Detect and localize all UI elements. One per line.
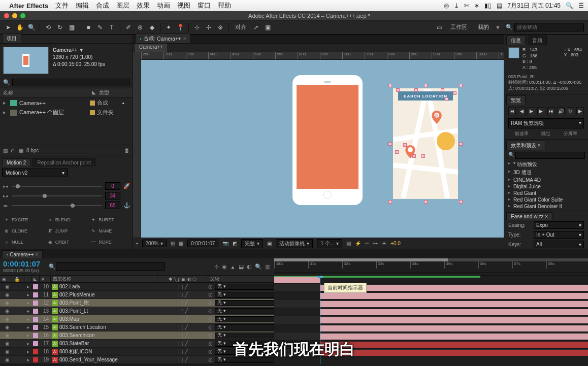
tl-icon[interactable]: ◉ <box>222 263 227 270</box>
fx-category[interactable]: Red Giant Denoiser II <box>508 203 584 210</box>
reposition-tab[interactable]: Reposition Anchor point <box>32 158 95 167</box>
trash-icon[interactable]: 🗑 <box>124 148 129 153</box>
camera-dd[interactable]: 活动摄像机▾ <box>276 239 313 248</box>
spotlight-icon[interactable]: 🔍 <box>566 2 573 9</box>
flag-icon[interactable]: ▤ <box>497 2 502 9</box>
camera-tool[interactable]: ▦ <box>67 22 77 32</box>
close-icon[interactable]: × <box>538 143 541 148</box>
effects-tab[interactable]: 效果和预设 × <box>506 141 545 150</box>
selection-tool[interactable]: ➤ <box>3 22 13 32</box>
comp-tab[interactable]: ▪合成: Camera++ × <box>135 34 190 43</box>
pixel-aspect-icon[interactable]: ▤ <box>346 241 351 246</box>
roi-icon[interactable]: ▣ <box>267 241 272 246</box>
motion-burst-button[interactable]: ✦BURST <box>89 215 130 224</box>
close-icon[interactable]: × <box>183 36 186 42</box>
motion-blend-button[interactable]: ≈BLEND <box>46 215 87 224</box>
close-icon[interactable]: × <box>545 214 548 219</box>
project-row[interactable]: ▸Camera++ 个固层文件夹 <box>0 108 133 117</box>
fx-category[interactable]: Red Giant <box>508 190 584 196</box>
mute-button[interactable]: 🔊 <box>557 107 565 115</box>
motion-jump-button[interactable]: ⇵JUMP <box>46 226 87 236</box>
menu-item[interactable]: 动画 <box>157 2 170 9</box>
reset-exposure-icon[interactable]: ☀ <box>382 241 386 246</box>
traffic-lights[interactable] <box>4 13 25 18</box>
motion-rope-button[interactable]: 〰ROPE <box>89 238 130 247</box>
text-tool[interactable]: T <box>107 22 117 32</box>
local-axis-icon[interactable]: ⊹ <box>192 22 202 32</box>
project-tab[interactable]: 项目 <box>2 34 21 43</box>
clone-tool[interactable]: ⊛ <box>135 22 145 32</box>
search-help-input[interactable] <box>514 23 584 31</box>
flowchart-icon[interactable]: ⊶ <box>373 241 378 246</box>
tl-icon[interactable]: ⊹ <box>214 263 219 270</box>
ram-preview-dd[interactable]: RAM 预览选项▾ <box>508 118 584 128</box>
fx-category[interactable]: CINEMA 4D <box>508 177 584 183</box>
menu-item[interactable]: 文件 <box>55 2 69 9</box>
layer-row[interactable]: ◉▸15Ai003.Search Location⬚╱◎无 ▾ <box>0 323 274 331</box>
battery-icon[interactable]: ▮▯ <box>484 2 492 9</box>
menu-item[interactable]: 效果 <box>137 2 150 9</box>
new-comp-icon[interactable]: ▦ <box>19 148 23 153</box>
grid-icon[interactable]: ▦ <box>179 241 183 246</box>
bluetooth-icon[interactable]: ∗ <box>474 2 479 9</box>
sync-settings-icon[interactable]: ▭ <box>434 22 444 32</box>
rect-tool[interactable]: ■ <box>83 22 93 32</box>
close-icon[interactable]: × <box>35 252 38 257</box>
anchor-icon[interactable]: ⚓ <box>123 202 130 209</box>
effects-search-input[interactable] <box>515 152 585 159</box>
fast-preview-icon[interactable]: ⚡ <box>355 241 361 246</box>
timeline-search-input[interactable] <box>56 262 165 271</box>
workspace-chevron-icon[interactable]: ▼ <box>495 24 501 30</box>
ease-tab[interactable]: Ease and wizz × <box>506 212 552 220</box>
roto-tool[interactable]: ✦ <box>164 22 174 32</box>
slider-val-0[interactable]: 0 <box>105 182 120 190</box>
timeline-icon[interactable]: ═ <box>365 241 369 246</box>
prev-frame-button[interactable]: ◀ <box>518 107 526 115</box>
project-search-input[interactable] <box>12 79 129 86</box>
last-frame-button[interactable]: ⏭ <box>547 107 555 115</box>
menu-item[interactable]: 合成 <box>96 2 109 9</box>
timeline-timecode[interactable]: 0:00:01:07 <box>3 259 43 268</box>
selected-map-layer[interactable]: EARCH LOCATION <box>390 85 461 202</box>
col-parent[interactable]: 父级 <box>208 276 274 282</box>
col-type[interactable]: 类型 <box>99 89 129 96</box>
snap-toggle[interactable]: ↗ <box>251 22 261 32</box>
timeline-time-ruler[interactable]: :00s01s02s03s04s05s06s07s08s <box>274 258 588 275</box>
next-frame-button[interactable]: ▶ <box>537 107 545 115</box>
sync-icon[interactable]: ◎ <box>444 2 449 9</box>
layer-row[interactable]: ◉▸14Ai003.Map⬚╱◎无 ▾ <box>0 315 274 323</box>
preview-tab[interactable]: 预览 <box>506 95 526 105</box>
col-layer-name[interactable]: 图层名称 <box>51 276 157 282</box>
snapshot-icon[interactable]: 📷 <box>222 241 228 246</box>
interpret-icon[interactable]: ▥ <box>3 148 8 153</box>
app-name[interactable]: After Effects <box>9 2 48 10</box>
slider-val-2[interactable]: 65 <box>105 202 120 209</box>
zoom-tool[interactable]: 🔍 <box>26 22 37 32</box>
world-axis-icon[interactable]: ✢ <box>204 22 214 32</box>
motion-tab[interactable]: Motion 2 <box>2 158 30 167</box>
ruler-horizontal[interactable]: 2503003504004505005506006507007508008509… <box>141 52 504 60</box>
orbit-tool[interactable]: ⟲ <box>43 22 53 32</box>
tl-icon[interactable]: 🔍 <box>255 263 262 270</box>
slider-val-1[interactable]: 34 <box>105 192 120 199</box>
type-dd[interactable]: In + Out▾ <box>534 231 584 239</box>
ram-preview-button[interactable]: ▶ <box>576 107 584 115</box>
always-preview-icon[interactable]: ▪ <box>136 241 138 246</box>
project-row[interactable]: ▸Camera++合成▪ <box>0 98 133 108</box>
layer-row[interactable]: ◉▸12Ai003.Point_Rt⬚╱◎无 ▾ <box>0 299 274 307</box>
motion-preset-dd[interactable]: Motion v2▾ <box>2 169 68 177</box>
hand-tool[interactable]: ✋ <box>15 22 25 32</box>
motion-name-button[interactable]: ✎NAME <box>89 226 130 236</box>
scissors-icon[interactable]: ✄ <box>464 2 469 9</box>
ruler-vertical[interactable] <box>133 52 141 238</box>
layer-row[interactable]: ◉▸16Ai003.Searchicon⬚╱◎无 ▾ <box>0 331 274 340</box>
layer-row[interactable]: ◉▸10Ai002.Lady⬚╱◎无 ▾ <box>0 283 274 291</box>
comp-subtab[interactable]: Camera++ <box>135 44 167 52</box>
menu-item[interactable]: 窗口 <box>198 2 211 9</box>
info-tab[interactable]: 信息 <box>506 36 526 45</box>
menubar-clock[interactable]: 7月31日 周五 01:45 <box>507 2 561 10</box>
snap-edge-icon[interactable]: ▣ <box>263 22 273 32</box>
zoom-dd[interactable]: 200%▾ <box>142 240 167 247</box>
motion-orbit-button[interactable]: ◉ORBIT <box>46 238 87 247</box>
easing-dd[interactable]: Expo▾ <box>534 221 584 229</box>
